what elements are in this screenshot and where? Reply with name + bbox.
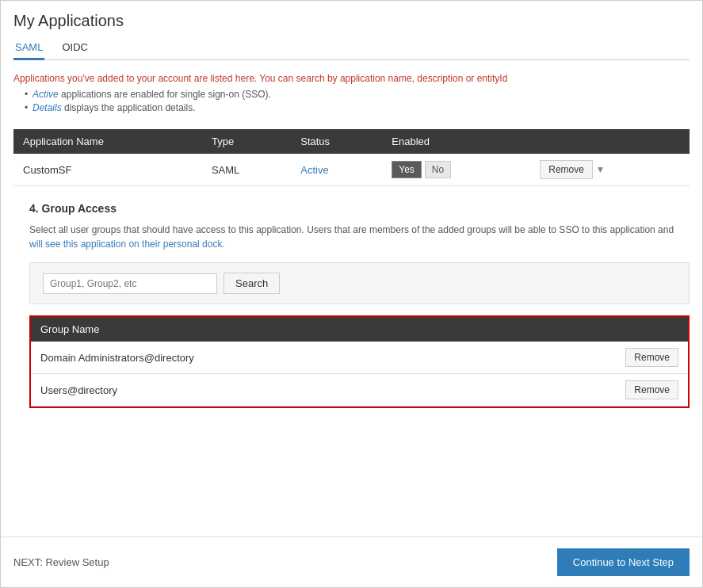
tabs-bar: SAML OIDC — [13, 36, 690, 60]
page-container: My Applications SAML OIDC Applications y… — [0, 0, 703, 588]
search-button[interactable]: Search — [224, 273, 280, 294]
remove-app-button[interactable]: Remove — [540, 160, 593, 179]
section-title: 4. Group Access — [29, 202, 690, 215]
continue-button[interactable]: Continue to Next Step — [557, 548, 690, 576]
page-footer: NEXT: Review Setup Continue to Next Step — [1, 536, 702, 587]
col-type: Type — [202, 129, 291, 154]
app-status: Active — [291, 154, 382, 186]
status-link[interactable]: Active — [300, 164, 328, 176]
col-actions — [530, 129, 690, 154]
group-col-actions — [495, 317, 688, 342]
app-type: SAML — [202, 154, 291, 186]
group-remove-cell: Remove — [495, 374, 688, 407]
search-input[interactable] — [43, 273, 217, 294]
page-content: Applications you've added to your accoun… — [1, 60, 702, 536]
info-section: Applications you've added to your accoun… — [13, 73, 690, 121]
chevron-down-icon[interactable]: ▼ — [596, 164, 606, 175]
next-label: NEXT: Review Setup — [13, 556, 109, 568]
section-description: Select all user groups that should have … — [29, 223, 690, 251]
info-list-item-details: Details displays the application details… — [25, 102, 690, 113]
page-header: My Applications SAML OIDC — [1, 1, 702, 60]
group-name: Users@directory — [31, 374, 495, 407]
group-col-name: Group Name — [31, 317, 495, 342]
group-remove-cell: Remove — [495, 342, 688, 374]
table-row: CustomSF SAML Active Yes No Remove ▼ — [13, 154, 690, 186]
remove-group-button[interactable]: Remove — [625, 348, 678, 367]
tab-oidc[interactable]: OIDC — [60, 36, 90, 60]
toggle-yes-button[interactable]: Yes — [392, 161, 422, 178]
group-access-section: 4. Group Access Select all user groups t… — [29, 202, 690, 408]
info-list: Active applications are enabled for sing… — [13, 89, 690, 113]
table-row: Users@directory Remove — [31, 374, 688, 407]
info-list-item-active: Active applications are enabled for sing… — [25, 89, 690, 100]
remove-group-button[interactable]: Remove — [625, 380, 678, 399]
groups-table-wrapper: Group Name Domain Administrators@directo… — [29, 315, 690, 408]
col-app-name: Application Name — [13, 129, 202, 154]
col-status: Status — [291, 129, 382, 154]
app-name: CustomSF — [13, 154, 202, 186]
table-row: Domain Administrators@directory Remove — [31, 342, 688, 374]
search-box: Search — [29, 262, 690, 304]
app-remove-cell: Remove ▼ — [530, 154, 690, 186]
group-name: Domain Administrators@directory — [31, 342, 495, 374]
tab-saml[interactable]: SAML — [13, 36, 44, 60]
col-enabled: Enabled — [382, 129, 530, 154]
app-enabled: Yes No — [382, 154, 530, 186]
toggle-group: Yes No — [392, 161, 521, 178]
applications-table: Application Name Type Status Enabled Cus… — [13, 129, 690, 186]
groups-table: Group Name Domain Administrators@directo… — [31, 317, 688, 407]
page-title: My Applications — [13, 12, 690, 30]
info-main-text: Applications you've added to your accoun… — [13, 73, 690, 84]
toggle-no-button[interactable]: No — [425, 161, 451, 178]
